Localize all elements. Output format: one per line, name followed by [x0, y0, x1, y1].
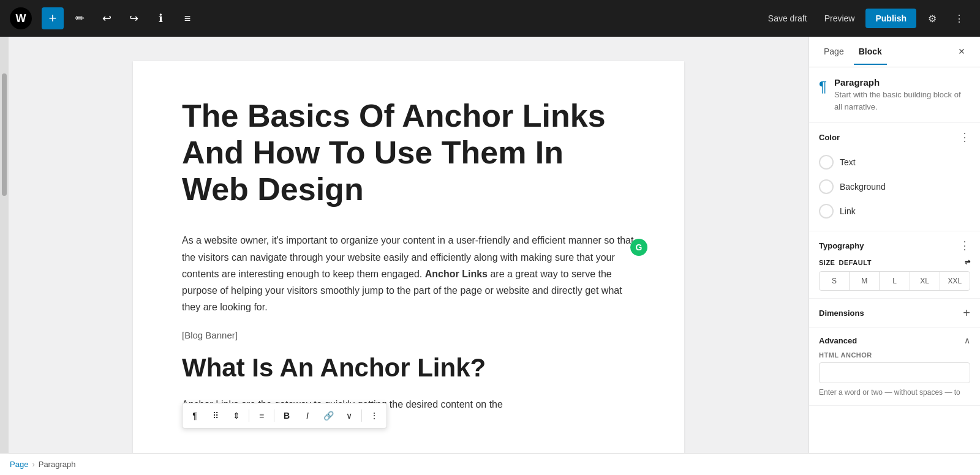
typography-section: Typography ⋮ SIZE DEFAULT ⇌ S M L XL XXL — [809, 231, 980, 299]
preview-button[interactable]: Preview — [818, 10, 861, 27]
paragraph-1[interactable]: As a website owner, it's important to or… — [182, 232, 635, 315]
color-section-title: Color — [819, 133, 840, 142]
link-color-circle — [819, 204, 834, 219]
separator-1 — [249, 410, 249, 422]
block-description: Start with the basic building block of a… — [834, 89, 970, 113]
info-button[interactable]: ℹ — [149, 7, 172, 29]
advanced-section-title: Advanced — [819, 336, 857, 345]
list-view-button[interactable]: ≡ — [176, 7, 198, 29]
color-section: Color ⋮ Text Background Link — [809, 123, 980, 231]
size-xxl-button[interactable]: XXL — [940, 272, 970, 290]
text-color-option[interactable]: Text — [819, 150, 970, 174]
main-toolbar: W + ✏ ↩ ↪ ℹ ≡ Save draft Preview Publish… — [0, 0, 980, 37]
dimensions-section: Dimensions + — [809, 299, 980, 328]
typography-section-title: Typography — [819, 241, 864, 250]
block-name-label: Paragraph — [834, 77, 970, 88]
paragraph-1-bold: Anchor Links — [425, 269, 488, 279]
scrollbar-thumb[interactable] — [2, 73, 7, 196]
separator-2 — [274, 410, 274, 422]
editor-content[interactable]: The Basics Of Anchor Links And How To Us… — [133, 61, 684, 453]
text-color-swatch — [823, 159, 829, 165]
align-button[interactable]: ≡ — [252, 406, 271, 425]
advanced-section-header[interactable]: Advanced ∧ — [819, 335, 970, 345]
background-color-option[interactable]: Background — [819, 174, 970, 199]
blog-banner[interactable]: [Blog Banner] — [182, 330, 635, 340]
link-button[interactable]: 🔗 — [318, 406, 338, 425]
link-color-label: Link — [840, 206, 856, 216]
paragraph-type-button[interactable]: ¶ — [185, 406, 205, 425]
publish-button[interactable]: Publish — [865, 9, 916, 28]
options-button[interactable]: ⋮ — [948, 7, 970, 29]
editor-area: The Basics Of Anchor Links And How To Us… — [9, 37, 809, 453]
grammarly-icon[interactable]: G — [630, 239, 647, 256]
link-color-option[interactable]: Link — [819, 199, 970, 223]
html-anchor-input[interactable] — [819, 362, 970, 383]
wp-logo-icon[interactable]: W — [10, 7, 32, 29]
inline-toolbar: ¶ ⠿ ⇕ ≡ B I 🔗 ∨ ⋮ — [182, 403, 387, 428]
size-m-button[interactable]: M — [850, 272, 880, 290]
redo-button[interactable]: ↪ — [123, 7, 145, 29]
italic-button[interactable]: I — [298, 406, 317, 425]
drag-handle-button[interactable]: ⠿ — [206, 406, 225, 425]
text-color-circle — [819, 155, 834, 170]
size-controls-icon[interactable]: ⇌ — [965, 258, 971, 266]
size-label: SIZE DEFAULT ⇌ — [819, 258, 970, 266]
advanced-section: Advanced ∧ HTML ANCHOR Enter a word or t… — [809, 328, 980, 406]
dimensions-section-header[interactable]: Dimensions + — [819, 306, 970, 320]
size-buttons: S M L XL XXL — [819, 271, 970, 291]
main-area: The Basics Of Anchor Links And How To Us… — [0, 37, 980, 453]
block-paragraph-icon: ¶ — [819, 77, 827, 95]
move-button[interactable]: ⇕ — [227, 406, 246, 425]
close-sidebar-button[interactable]: × — [953, 43, 970, 61]
breadcrumb-separator: › — [32, 460, 34, 469]
scrollbar-track[interactable] — [0, 37, 9, 453]
typography-section-header[interactable]: Typography ⋮ — [819, 239, 970, 252]
add-block-button[interactable]: + — [42, 7, 64, 29]
more-options-button[interactable]: ⋮ — [364, 406, 384, 425]
breadcrumb-page[interactable]: Page — [10, 460, 28, 469]
color-options-icon[interactable]: ⋮ — [959, 130, 970, 144]
color-section-header[interactable]: Color ⋮ — [819, 130, 970, 144]
sidebar: Page Block × ¶ Paragraph Start with the … — [809, 37, 980, 453]
breadcrumb-bar: Page › Paragraph — [0, 453, 980, 475]
sidebar-header: Page Block × — [809, 37, 980, 67]
block-info: ¶ Paragraph Start with the basic buildin… — [809, 67, 980, 123]
block-details: Paragraph Start with the basic building … — [834, 77, 970, 113]
link-color-swatch — [823, 208, 829, 214]
page-tab[interactable]: Page — [819, 39, 849, 65]
dimensions-add-icon[interactable]: + — [963, 306, 970, 320]
size-l-button[interactable]: L — [880, 272, 910, 290]
advanced-collapse-icon[interactable]: ∧ — [964, 335, 970, 345]
size-s-button[interactable]: S — [820, 272, 850, 290]
section-heading[interactable]: What Is An Anchor Link? — [182, 353, 635, 383]
undo-button[interactable]: ↩ — [96, 7, 118, 29]
breadcrumb-current: Paragraph — [39, 460, 76, 469]
bold-button[interactable]: B — [277, 406, 296, 425]
background-color-swatch — [823, 184, 829, 190]
background-color-label: Background — [840, 182, 886, 192]
edit-pencil-button[interactable]: ✏ — [69, 7, 91, 29]
block-tab[interactable]: Block — [854, 39, 887, 65]
dimensions-section-title: Dimensions — [819, 309, 864, 318]
background-color-circle — [819, 179, 834, 194]
size-xl-button[interactable]: XL — [910, 272, 940, 290]
post-title[interactable]: The Basics Of Anchor Links And How To Us… — [182, 98, 635, 208]
typography-options-icon[interactable]: ⋮ — [959, 239, 970, 252]
save-draft-button[interactable]: Save draft — [762, 10, 813, 27]
text-color-label: Text — [840, 157, 856, 167]
toolbar-right: Save draft Preview Publish ⚙ ⋮ — [762, 7, 970, 29]
settings-button[interactable]: ⚙ — [921, 7, 943, 29]
html-anchor-label: HTML ANCHOR — [819, 351, 970, 359]
anchor-hint: Enter a word or two — without spaces — t… — [819, 387, 970, 398]
text-format-dropdown[interactable]: ∨ — [339, 406, 359, 425]
separator-3 — [361, 410, 362, 422]
